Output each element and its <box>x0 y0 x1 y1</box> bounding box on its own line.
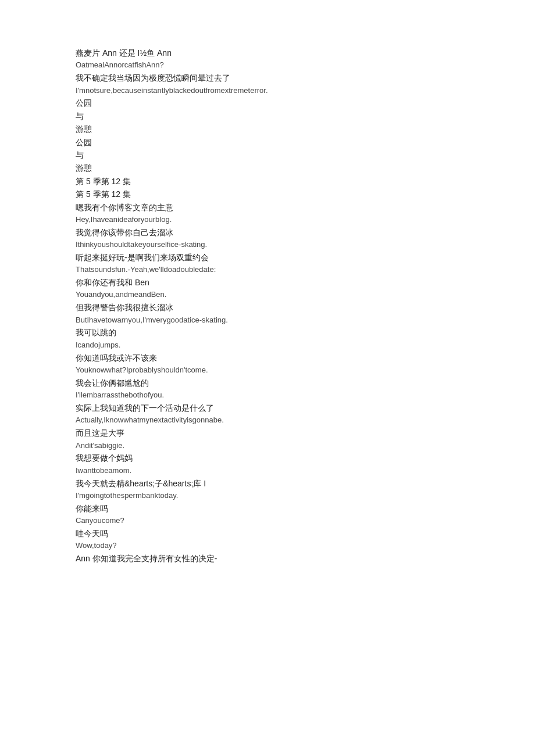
subtitle-en-0: OatmealAnnorcatfishAnn? <box>76 59 459 71</box>
subtitle-zh-9: 第 5 季第 12 集 <box>76 188 459 200</box>
subtitle-en-1: I'mnotsure,becauseinstantlyblackedoutfro… <box>76 85 459 97</box>
subtitle-zh-5: 公园 <box>76 136 459 149</box>
subtitle-zh-4: 游憩 <box>76 123 459 135</box>
subtitle-en-20: Iwanttobeamom. <box>76 465 459 477</box>
subtitle-en-17: I'llembarrassthebothofyou. <box>76 389 459 402</box>
subtitle-en-23: Wow,today? <box>76 540 459 552</box>
subtitle-en-19: Andit'sabiggie. <box>76 440 459 452</box>
subtitle-zh-14: 但我得警告你我很擅长溜冰 <box>76 301 459 314</box>
subtitle-en-18: Actually,Iknowwhatmynextactivityisgonnab… <box>76 414 459 427</box>
subtitle-zh-12: 听起来挺好玩-是啊我们来场双重约会 <box>76 251 459 264</box>
subtitle-zh-10: 嗯我有个你博客文章的主意 <box>76 201 459 214</box>
subtitle-zh-19: 而且这是大事 <box>76 427 459 439</box>
subtitle-zh-2: 公园 <box>76 96 459 109</box>
subtitle-zh-6: 与 <box>76 149 459 162</box>
subtitle-zh-20: 我想要做个妈妈 <box>76 452 459 464</box>
subtitle-zh-16: 你知道吗我或许不该来 <box>76 352 459 364</box>
subtitle-en-11: Ithinkyoushouldtakeyourselfice-skating. <box>76 239 459 251</box>
subtitle-en-14: ButIhavetowarnyou,I'mverygoodatice-skati… <box>76 314 459 327</box>
subtitle-zh-23: 哇今天吗 <box>76 527 459 540</box>
subtitle-zh-15: 我可以跳的 <box>76 326 459 339</box>
subtitle-zh-21: 我今天就去精&hearts;子&hearts;库 I <box>76 477 459 490</box>
subtitle-zh-1: 我不确定我当场因为极度恐慌瞬间晕过去了 <box>76 71 459 84</box>
content-area: 燕麦片 Ann 还是 I½鱼 AnnOatmealAnnorcatfishAnn… <box>76 46 459 565</box>
subtitle-zh-24: Ann 你知道我完全支持所有女性的决定- <box>76 552 459 565</box>
subtitle-zh-7: 游憩 <box>76 162 459 174</box>
subtitle-zh-8: 第 5 季第 12 集 <box>76 175 459 188</box>
subtitle-zh-18: 实际上我知道我的下一个活动是什么了 <box>76 402 459 414</box>
subtitle-zh-17: 我会让你俩都尴尬的 <box>76 377 459 389</box>
subtitle-zh-3: 与 <box>76 110 459 123</box>
subtitle-en-16: Youknowwhat?Iprobablyshouldn'tcome. <box>76 364 459 377</box>
subtitle-en-21: I'mgoingtothespermbanktoday. <box>76 490 459 502</box>
subtitle-en-12: Thatsoundsfun.-Yeah,we'lldoadoubledate: <box>76 264 459 276</box>
subtitle-en-13: Youandyou,andmeandBen. <box>76 289 459 301</box>
subtitle-zh-0: 燕麦片 Ann 还是 I½鱼 Ann <box>76 46 459 59</box>
subtitle-zh-13: 你和你还有我和 Ben <box>76 276 459 289</box>
subtitle-en-22: Canyoucome? <box>76 515 459 527</box>
subtitle-zh-11: 我觉得你该带你自己去溜冰 <box>76 226 459 239</box>
subtitle-en-10: Hey,Ihaveanideaforyourblog. <box>76 214 459 226</box>
subtitle-en-15: Icandojumps. <box>76 339 459 352</box>
subtitle-zh-22: 你能来吗 <box>76 502 459 515</box>
